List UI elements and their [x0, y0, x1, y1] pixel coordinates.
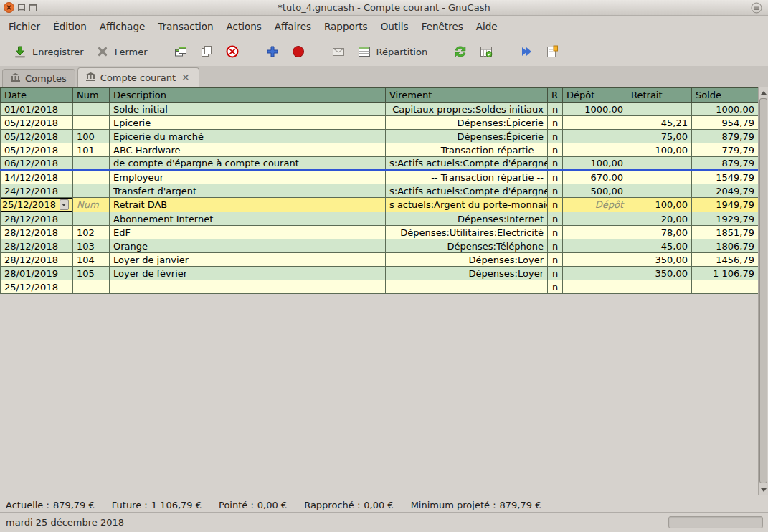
- cell-withdrawal[interactable]: [627, 157, 692, 171]
- cell-description[interactable]: Epicerie: [110, 116, 386, 130]
- menu-item-affichage[interactable]: Affichage: [93, 16, 151, 37]
- cell-r[interactable]: n: [548, 143, 563, 157]
- cell-withdrawal[interactable]: [627, 171, 692, 184]
- cell-date[interactable]: 24/12/2018: [1, 184, 73, 198]
- cell-deposit[interactable]: [563, 226, 627, 239]
- cell-balance[interactable]: 1851,79: [692, 226, 759, 239]
- cell-date[interactable]: 28/12/2018: [1, 239, 73, 253]
- mail-button[interactable]: [326, 41, 351, 62]
- register-row[interactable]: 14/12/2018Employeur-- Transaction répart…: [1, 171, 759, 184]
- cell-description[interactable]: Retrait DAB: [110, 198, 386, 212]
- column-header-solde[interactable]: Solde: [692, 88, 759, 103]
- cell-r[interactable]: n: [548, 171, 563, 184]
- menu-item-fichier[interactable]: Fichier: [2, 16, 47, 37]
- register-row[interactable]: 28/12/2018Abonnement InternetDépenses:In…: [1, 212, 759, 226]
- cell-balance[interactable]: 879,79: [692, 157, 759, 171]
- cell-num[interactable]: 100: [73, 130, 110, 143]
- scrollbar-thumb[interactable]: [759, 98, 767, 483]
- menu-item-actions[interactable]: Actions: [220, 16, 268, 37]
- cell-withdrawal[interactable]: [627, 280, 692, 294]
- cell-transfer[interactable]: [386, 280, 548, 294]
- cell-r[interactable]: n: [548, 116, 563, 130]
- cell-date[interactable]: 14/12/2018: [1, 171, 73, 184]
- column-header-virement[interactable]: Virement: [386, 88, 548, 103]
- cell-date[interactable]: 06/12/2018: [1, 157, 73, 171]
- cell-date[interactable]: 28/01/2019: [1, 267, 73, 280]
- save-button[interactable]: Enregistrer: [7, 41, 90, 62]
- delete-transaction-button[interactable]: [219, 41, 245, 62]
- cell-description[interactable]: ABC Hardware: [110, 143, 386, 157]
- cell-deposit[interactable]: [563, 267, 627, 280]
- cell-r[interactable]: n: [548, 103, 563, 116]
- cell-description[interactable]: Orange: [110, 239, 386, 253]
- column-header-depot[interactable]: Dépôt: [563, 88, 627, 103]
- cell-r[interactable]: n: [548, 267, 563, 280]
- cell-description[interactable]: Employeur: [110, 171, 386, 184]
- tab-comptes[interactable]: Comptes: [2, 69, 75, 87]
- cell-num[interactable]: [73, 157, 110, 171]
- cell-date[interactable]: 25/12/2018: [1, 198, 73, 212]
- cell-balance[interactable]: 779,79: [692, 143, 759, 157]
- copy-transaction-button[interactable]: [194, 41, 219, 62]
- cell-r[interactable]: n: [548, 239, 563, 253]
- cell-r[interactable]: n: [548, 184, 563, 198]
- cell-num[interactable]: [73, 171, 110, 184]
- cell-num[interactable]: [73, 184, 110, 198]
- cell-transfer[interactable]: Dépenses:Loyer: [386, 267, 548, 280]
- cell-balance[interactable]: 1929,79: [692, 212, 759, 226]
- cell-deposit[interactable]: [563, 116, 627, 130]
- register-row[interactable]: 24/12/2018Transfert d'argents:Actifs act…: [1, 184, 759, 198]
- schedule-button[interactable]: [473, 41, 499, 62]
- cell-num[interactable]: [73, 280, 110, 294]
- tab-compte-courant[interactable]: Compte courant ✕: [77, 67, 199, 87]
- blank-transaction-button[interactable]: [260, 41, 285, 62]
- cell-deposit[interactable]: 1000,00: [563, 103, 627, 116]
- exchange-rate-button[interactable]: [539, 41, 565, 62]
- cell-description[interactable]: [110, 280, 386, 294]
- cell-withdrawal[interactable]: [627, 103, 692, 116]
- date-dropdown-button[interactable]: [60, 199, 69, 210]
- cell-description[interactable]: de compte d'épargne à compte courant: [110, 157, 386, 171]
- register-row[interactable]: 06/12/2018de compte d'épargne à compte c…: [1, 157, 759, 171]
- cell-deposit[interactable]: [563, 143, 627, 157]
- cell-deposit[interactable]: [563, 239, 627, 253]
- column-header-description[interactable]: Description: [110, 88, 386, 103]
- cell-description[interactable]: Epicerie du marché: [110, 130, 386, 143]
- cell-transfer[interactable]: Dépenses:Utilitaires:Electricité: [386, 226, 548, 239]
- cell-balance[interactable]: 1549,79: [692, 171, 759, 184]
- column-header-retrait[interactable]: Retrait: [627, 88, 692, 103]
- cell-withdrawal[interactable]: 75,00: [627, 130, 692, 143]
- cell-r[interactable]: n: [548, 253, 563, 267]
- cell-date[interactable]: 28/12/2018: [1, 226, 73, 239]
- cell-balance[interactable]: 1000,00: [692, 103, 759, 116]
- cell-transfer[interactable]: Dépenses:Épicerie: [386, 130, 548, 143]
- cell-date[interactable]: 28/12/2018: [1, 212, 73, 226]
- cell-r[interactable]: n: [548, 198, 563, 212]
- cell-num[interactable]: [73, 103, 110, 116]
- tab-close-icon[interactable]: ✕: [181, 72, 191, 82]
- vertical-scrollbar[interactable]: [758, 87, 768, 495]
- cell-description[interactable]: EdF: [110, 226, 386, 239]
- cell-num[interactable]: [73, 212, 110, 226]
- register-row[interactable]: 01/01/2018Solde initialCapitaux propres:…: [1, 103, 759, 116]
- cell-date[interactable]: 05/12/2018: [1, 116, 73, 130]
- cell-deposit[interactable]: [563, 212, 627, 226]
- cell-balance[interactable]: 1456,79: [692, 253, 759, 267]
- cell-transfer[interactable]: Dépenses:Internet: [386, 212, 548, 226]
- cell-date[interactable]: 05/12/2018: [1, 143, 73, 157]
- cell-balance[interactable]: 1949,79: [692, 198, 759, 212]
- cell-transfer[interactable]: Capitaux propres:Soldes initiaux: [386, 103, 548, 116]
- menu-item-transaction[interactable]: Transaction: [151, 16, 219, 37]
- cell-withdrawal[interactable]: 350,00: [627, 253, 692, 267]
- cell-balance[interactable]: 954,79: [692, 116, 759, 130]
- cell-withdrawal[interactable]: 45,00: [627, 239, 692, 253]
- cell-description[interactable]: Solde initial: [110, 103, 386, 116]
- cell-r[interactable]: n: [548, 157, 563, 171]
- cell-r[interactable]: n: [548, 130, 563, 143]
- column-header-date[interactable]: Date: [1, 88, 73, 103]
- register-row[interactable]: 28/12/2018104Loyer de janvierDépenses:Lo…: [1, 253, 759, 267]
- cell-num[interactable]: [73, 116, 110, 130]
- cell-transfer[interactable]: s actuels:Argent du porte-monnaie: [386, 198, 548, 212]
- menu-item-aide[interactable]: Aide: [470, 16, 504, 37]
- register-row[interactable]: 25/12/2018n: [1, 280, 759, 294]
